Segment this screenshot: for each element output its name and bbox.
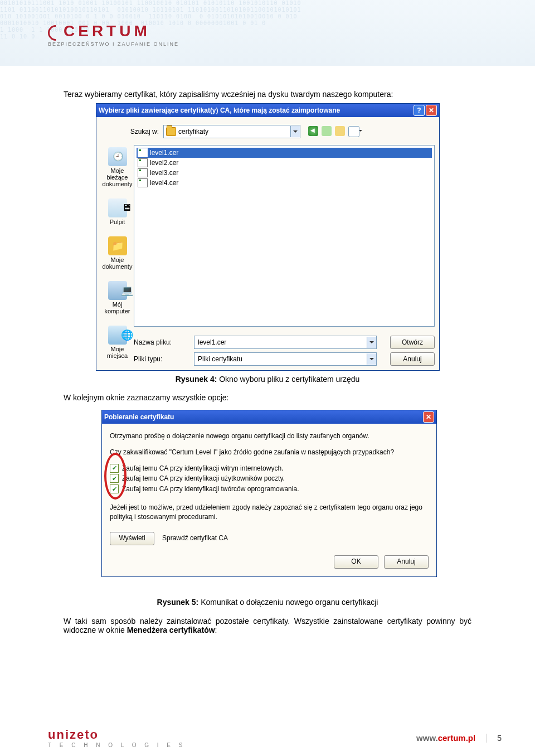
lookin-label: Szukaj w: [101,128,163,135]
cancel-button[interactable]: Anuluj [390,352,435,366]
brand-slogan: BEZPIECZEŃSTWO I ZAUFANIE ONLINE [48,41,179,47]
recent-icon [108,147,127,166]
certum-icon [48,25,60,37]
certum-logo: CERTUM BEZPIECZEŃSTWO I ZAUFANIE ONLINE [48,22,179,47]
view-button[interactable]: Wyświetl [110,532,154,545]
file-item[interactable]: level3.cer [137,168,432,178]
open-button[interactable]: Otwórz [390,336,435,349]
outro-text: W taki sam sposób należy zainstalować po… [64,617,471,634]
intro-text: Teraz wybieramy certyfikat, który zapisa… [64,90,471,99]
close-button[interactable]: ✕ [423,411,434,423]
dialog2-title: Pobieranie certyfikatu [104,413,174,421]
figure-caption-2: Rysunek 5: Komunikat o dołączeniu nowego… [0,598,535,607]
dialog2-titlebar: Pobieranie certyfikatu ✕ [102,410,436,424]
page-number: 5 [487,734,502,743]
filename-label: Nazwa pliku: [134,338,194,346]
dropdown-arrow-icon [367,337,376,348]
download-cert-dialog: Pobieranie certyfikatu ✕ Otrzymano prośb… [101,410,437,577]
d2-p2: Jeżeli jest to możliwe, przed udzielenie… [110,503,429,522]
close-button[interactable]: ✕ [426,105,437,116]
file-item[interactable]: level2.cer [137,158,432,168]
dialog-title: Wybierz pliki zawierające certyfikat(y) … [99,106,414,114]
highlight-circle [104,453,127,500]
cert-icon [138,148,148,157]
filetype-dropdown[interactable]: Pliki certyfikatu [194,352,377,366]
documents-icon [108,236,127,255]
cert-icon [138,168,148,177]
help-button[interactable]: ? [414,105,425,116]
trust-websites-checkbox[interactable]: ✔Zaufaj temu CA przy identyfikacji witry… [110,464,429,473]
mid-text: W kolejnym oknie zaznaczamy wszystkie op… [64,393,471,402]
ok-button[interactable]: OK [334,555,378,569]
unizeto-logo: unizeto T E C H N O L O G I E S [48,728,186,748]
footer-url: www.certum.pl [416,733,475,743]
d2-question: Czy zakwalifikować "Certum Level I" jako… [110,448,429,457]
network-icon [108,326,127,345]
filename-input[interactable]: level1.cer [194,336,377,349]
lookin-dropdown[interactable]: certyfikaty [163,125,300,138]
d2-p1: Otrzymano prośbę o dołączenie nowego org… [110,432,429,441]
folder-icon [166,127,176,136]
computer-icon [108,281,127,300]
places-bar: Moje bieżące dokumenty Pulpit Moje dokum… [101,145,134,366]
dropdown-arrow-icon [367,353,376,365]
new-folder-icon[interactable] [335,126,345,136]
place-network[interactable]: Moje miejsca [101,326,134,359]
cancel-button[interactable]: Anuluj [384,555,429,569]
cert-icon [138,158,148,167]
dialog-titlebar: Wybierz pliki zawierające certyfikat(y) … [96,104,439,117]
view-hint: Sprawdź certyfikat CA [162,534,228,543]
trust-software-checkbox[interactable]: ✔Zaufaj temu CA przy identyfikacji twórc… [110,484,429,494]
back-icon[interactable] [308,126,318,136]
trust-mail-checkbox[interactable]: ✔Zaufaj temu CA przy identyfikacji użytk… [110,474,429,483]
desktop-icon [108,198,127,217]
place-recent[interactable]: Moje bieżące dokumenty [101,147,134,187]
place-desktop[interactable]: Pulpit [108,198,127,225]
page-footer: unizeto T E C H N O L O G I E S www.cert… [0,728,535,748]
file-list[interactable]: level1.cer level2.cer level3.cer level4.… [134,145,435,327]
page-header: 00101010111001 1010 01001 10100101 11001… [0,0,535,66]
view-menu-icon[interactable] [348,126,359,137]
filetype-label: Pliki typu: [134,355,194,363]
up-icon[interactable] [322,126,332,136]
file-item[interactable]: level4.cer [137,178,432,188]
file-open-dialog: Wybierz pliki zawierające certyfikat(y) … [96,103,440,371]
brand-name: CERTUM [64,22,150,40]
lookin-value: certyfikaty [178,128,208,135]
place-computer[interactable]: Mój komputer [101,281,134,314]
dropdown-arrow-icon [290,126,300,137]
place-docs[interactable]: Moje dokumenty [101,236,134,270]
figure-caption-1: Rysunek 4: Okno wyboru pliku z certyfika… [0,375,535,384]
cert-icon [138,178,148,187]
file-item[interactable]: level1.cer [137,148,432,158]
